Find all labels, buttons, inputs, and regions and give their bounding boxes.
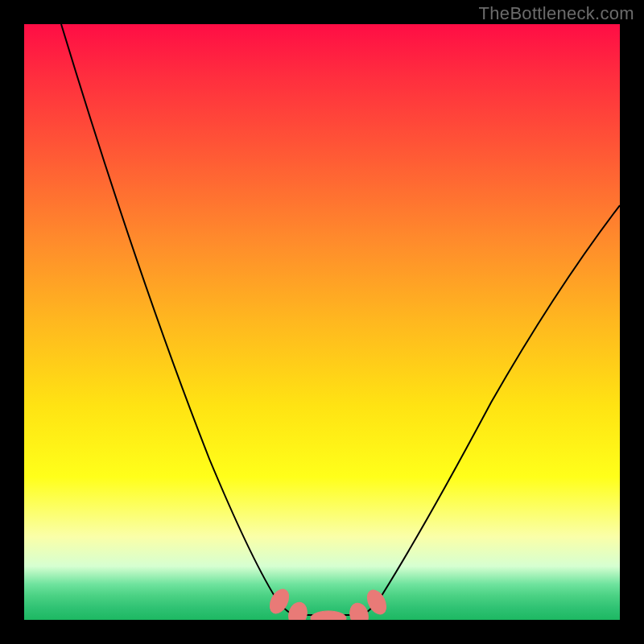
svg-point-1 bbox=[286, 601, 309, 620]
bottleneck-curve bbox=[24, 24, 620, 620]
chart-plot-area bbox=[24, 24, 620, 620]
curve-right-branch bbox=[362, 205, 620, 615]
svg-point-2 bbox=[311, 611, 346, 620]
chart-frame: TheBottleneck.com bbox=[0, 0, 644, 644]
curve-left-branch bbox=[61, 24, 294, 615]
svg-point-3 bbox=[347, 601, 370, 620]
watermark-text: TheBottleneck.com bbox=[479, 3, 634, 24]
min-markers bbox=[266, 586, 390, 620]
